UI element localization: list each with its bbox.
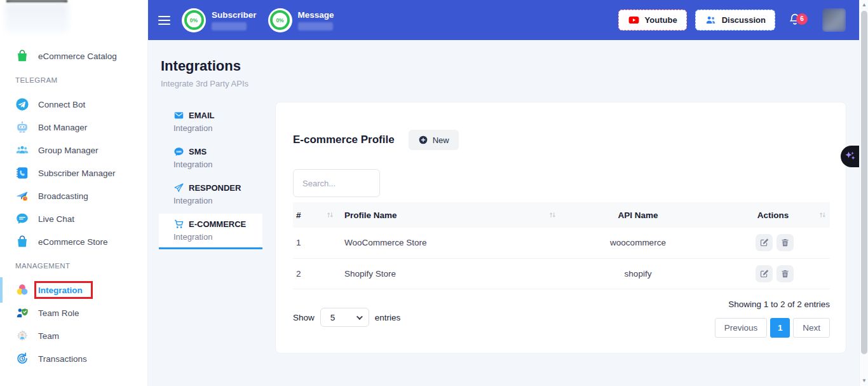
- nav-item-title: EMAIL: [189, 111, 214, 121]
- sidebar-item-label: eCommerce Store: [38, 237, 108, 247]
- message-percent: 0%: [270, 10, 290, 30]
- table-row: 1 WooCommerce Store woocommerce: [293, 228, 830, 258]
- sidebar-item-team[interactable]: Team: [0, 324, 147, 347]
- sidebar-item-label: Broadcasting: [38, 191, 88, 201]
- delete-button[interactable]: [776, 234, 794, 251]
- scrollbar-down-arrow[interactable]: ▼: [860, 376, 868, 385]
- sidebar-item-label: Transactions: [38, 354, 87, 364]
- sidebar-item-live-chat[interactable]: Live Chat: [0, 207, 147, 230]
- column-header-profile-name[interactable]: Profile Name: [337, 202, 560, 228]
- subscriber-percent: 0%: [184, 10, 204, 30]
- message-stat: 0% Message: [268, 8, 334, 32]
- sort-icon: [818, 211, 827, 219]
- nav-email-integration[interactable]: EMAIL Integration: [159, 105, 262, 139]
- profile-name-cell: WooCommerce Store: [337, 228, 560, 258]
- nav-item-subtitle: Integration: [173, 232, 262, 242]
- sidebar-item-connect-bot[interactable]: Connect Bot: [0, 93, 147, 116]
- integration-nav: EMAIL Integration SMS SMS Integration: [159, 105, 262, 252]
- page-title: Integrations: [161, 58, 868, 74]
- delete-button[interactable]: [776, 265, 794, 282]
- message-stat-label: Message: [298, 10, 334, 20]
- youtube-button-label: Youtube: [645, 15, 677, 25]
- nav-responder-integration[interactable]: RESPONDER Integration: [159, 177, 262, 211]
- sidebar-item-broadcasting[interactable]: Broadcasting: [0, 184, 147, 207]
- message-count-redacted: [298, 22, 333, 31]
- sidebar-item-label: Subscriber Manager: [38, 169, 116, 178]
- main-content: Integrations Integrate 3rd Party APIs EM…: [148, 40, 868, 386]
- nav-ecommerce-integration[interactable]: E-COMMERCE Integration: [159, 214, 262, 249]
- message-progress-ring: 0%: [268, 8, 292, 32]
- new-profile-button[interactable]: New: [409, 130, 459, 150]
- shopping-bag-blue-icon: [15, 235, 29, 249]
- trash-icon: [780, 269, 790, 279]
- user-shield-check-icon: [15, 306, 29, 320]
- sidebar-item-label: Team Role: [38, 308, 79, 318]
- users-group-icon: [15, 143, 29, 157]
- sidebar-item-bot-manager[interactable]: Bot Manager: [0, 116, 147, 139]
- edit-button[interactable]: [756, 265, 773, 282]
- nav-item-subtitle: Integration: [173, 160, 262, 170]
- vertical-scrollbar: ▲ ▼: [859, 0, 868, 386]
- profile-name-cell: Shopify Store: [337, 258, 560, 289]
- page-size-select[interactable]: 5: [320, 308, 369, 327]
- nav-item-subtitle: Integration: [173, 123, 262, 134]
- sidebar-item-label: Integration: [38, 286, 83, 295]
- discussion-button[interactable]: Discussion: [695, 10, 775, 31]
- show-label: Show: [293, 313, 315, 322]
- robot-icon: [15, 120, 29, 134]
- subscriber-count-redacted: [212, 22, 247, 31]
- pagination-page-1-button[interactable]: 1: [770, 318, 790, 338]
- sidebar-item-integration[interactable]: Integration: [0, 279, 147, 301]
- nav-item-title: SMS: [189, 147, 207, 157]
- column-header-num[interactable]: #: [293, 202, 337, 228]
- sidebar-item-ecommerce-catalog[interactable]: eCommerce Catalog: [0, 45, 147, 67]
- users-icon: [705, 14, 717, 26]
- logo-blurred: [5, 3, 69, 33]
- sidebar: eCommerce Catalog TELEGRAM Connect Bot B…: [0, 0, 148, 386]
- sidebar-section-telegram: TELEGRAM: [0, 76, 147, 86]
- sort-icon: [326, 211, 334, 219]
- pagination-next-button[interactable]: Next: [793, 318, 830, 338]
- sidebar-item-ecommerce-store[interactable]: eCommerce Store: [0, 230, 147, 253]
- svg-text:SMS: SMS: [176, 150, 182, 153]
- chat-bubble-icon: [15, 212, 29, 226]
- edit-pencil-icon: [759, 269, 769, 279]
- profiles-table: # Profile Name API Name Acti: [293, 202, 830, 289]
- sidebar-item-transactions[interactable]: Transactions: [0, 347, 147, 370]
- paper-plane-icon: [173, 183, 184, 193]
- row-number: 1: [293, 228, 337, 258]
- table-row: 2 Shopify Store shopify: [293, 258, 830, 289]
- sidebar-item-label: Live Chat: [38, 214, 74, 224]
- nav-sms-integration[interactable]: SMS SMS Integration: [159, 141, 262, 175]
- ecommerce-profile-card: E-commerce Profile New #: [275, 102, 846, 354]
- hamburger-menu-icon[interactable]: [158, 13, 170, 27]
- avatar-blurred-image: [822, 8, 846, 32]
- topbar: 0% Subscriber 0% Message Youtube: [148, 0, 868, 40]
- ai-sparkles-floating-button[interactable]: [841, 146, 859, 167]
- sidebar-item-subscriber-manager[interactable]: Subscriber Manager: [0, 162, 147, 184]
- column-header-actions[interactable]: Actions: [716, 202, 830, 228]
- scrollbar-thumb[interactable]: [861, 11, 867, 354]
- column-header-api-name[interactable]: API Name: [560, 202, 716, 228]
- sidebar-item-group-manager[interactable]: Group Manager: [0, 139, 147, 162]
- user-avatar[interactable]: [822, 8, 846, 32]
- pagination-previous-button[interactable]: Previous: [715, 318, 768, 338]
- app-root: eCommerce Catalog TELEGRAM Connect Bot B…: [0, 0, 868, 386]
- sidebar-item-label: eCommerce Catalog: [38, 52, 117, 61]
- new-button-label: New: [433, 135, 449, 145]
- sidebar-item-label: Team: [38, 331, 59, 341]
- edit-button[interactable]: [756, 234, 773, 251]
- youtube-button[interactable]: Youtube: [618, 10, 687, 31]
- notification-count-badge: 6: [796, 13, 808, 25]
- sidebar-item-team-role[interactable]: Team Role: [0, 301, 147, 324]
- envelope-icon: [173, 110, 184, 121]
- discussion-button-label: Discussion: [722, 15, 766, 25]
- nav-item-subtitle: Integration: [173, 196, 262, 206]
- subscriber-progress-ring: 0%: [182, 8, 206, 32]
- search-input[interactable]: [293, 169, 380, 197]
- history-clock-icon: [15, 352, 29, 366]
- api-name-cell: shopify: [560, 258, 716, 289]
- scrollbar-up-arrow[interactable]: ▲: [860, 1, 868, 10]
- notification-bell[interactable]: 6: [788, 12, 804, 29]
- subscriber-stat: 0% Subscriber: [182, 8, 257, 32]
